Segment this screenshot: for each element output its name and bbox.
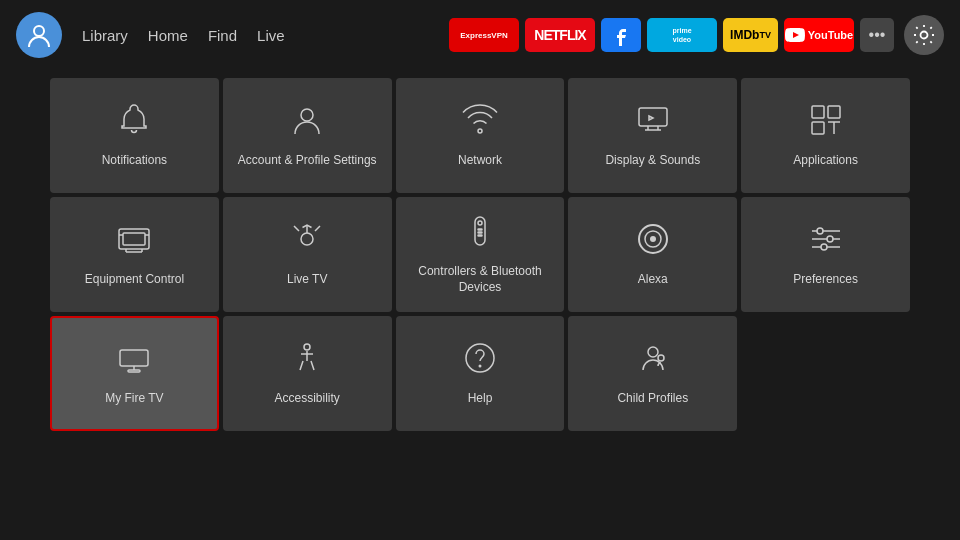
bell-icon (116, 102, 152, 143)
app-facebook[interactable] (601, 18, 641, 52)
settings-cell-account[interactable]: Account & Profile Settings (223, 78, 392, 193)
app-imdb[interactable]: IMDb TV (723, 18, 778, 52)
help-icon (462, 340, 498, 381)
cell-label-notifications: Notifications (102, 153, 167, 169)
app-expressvpn[interactable]: ExpressVPN (449, 18, 519, 52)
more-button[interactable]: ••• (860, 18, 894, 52)
nav-home[interactable]: Home (148, 27, 188, 44)
svg-point-24 (821, 244, 827, 250)
settings-button[interactable] (904, 15, 944, 55)
svg-point-31 (648, 347, 658, 357)
settings-cell-livetv[interactable]: Live TV (223, 197, 392, 312)
person-icon (289, 102, 325, 143)
svg-rect-5 (812, 106, 824, 118)
nav-live[interactable]: Live (257, 27, 285, 44)
svg-rect-27 (128, 370, 140, 372)
svg-rect-6 (828, 106, 840, 118)
svg-rect-25 (120, 350, 148, 366)
svg-point-29 (466, 344, 494, 372)
svg-rect-7 (812, 122, 824, 134)
svg-point-23 (827, 236, 833, 242)
settings-cell-myfiretv[interactable]: My Fire TV (50, 316, 219, 431)
settings-cell-childprofiles[interactable]: Child Profiles (568, 316, 737, 431)
tv-icon (116, 221, 152, 262)
settings-area: NotificationsAccount & Profile SettingsN… (0, 70, 960, 439)
firetv-icon (116, 340, 152, 381)
accessibility-icon (289, 340, 325, 381)
settings-cell-equipment[interactable]: Equipment Control (50, 197, 219, 312)
app-youtube[interactable]: YouTube (784, 18, 854, 52)
svg-point-22 (817, 228, 823, 234)
cell-label-account: Account & Profile Settings (238, 153, 377, 169)
cell-label-network: Network (458, 153, 502, 169)
avatar[interactable] (16, 12, 62, 58)
wifi-icon (462, 102, 498, 143)
nav-find[interactable]: Find (208, 27, 237, 44)
settings-cell-controllers[interactable]: Controllers & Bluetooth Devices (396, 197, 565, 312)
svg-point-3 (301, 109, 313, 121)
cell-label-livetv: Live TV (287, 272, 327, 288)
top-nav: Library Home Find Live ExpressVPN NETFLI… (0, 0, 960, 70)
cell-label-applications: Applications (793, 153, 858, 169)
svg-rect-15 (478, 235, 482, 236)
alexa-icon (635, 221, 671, 262)
sliders-icon (808, 221, 844, 262)
svg-rect-4 (639, 108, 667, 126)
nav-library[interactable]: Library (82, 27, 128, 44)
cell-label-accessibility: Accessibility (275, 391, 340, 407)
settings-cell-display[interactable]: Display & Sounds (568, 78, 737, 193)
settings-cell-alexa[interactable]: Alexa (568, 197, 737, 312)
settings-cell-applications[interactable]: Applications (741, 78, 910, 193)
settings-cell-network[interactable]: Network (396, 78, 565, 193)
cell-label-controllers: Controllers & Bluetooth Devices (404, 264, 557, 295)
display-icon (635, 102, 671, 143)
app-netflix[interactable]: NETFLIX (525, 18, 595, 52)
svg-point-10 (301, 233, 313, 245)
settings-cell-help[interactable]: Help (396, 316, 565, 431)
svg-point-18 (650, 236, 656, 242)
app-shortcuts: ExpressVPN NETFLIX prime video IMDb TV Y… (449, 15, 944, 55)
svg-point-28 (304, 344, 310, 350)
nav-links: Library Home Find Live (82, 27, 285, 44)
apps-icon (808, 102, 844, 143)
cell-label-alexa: Alexa (638, 272, 668, 288)
settings-cell-preferences[interactable]: Preferences (741, 197, 910, 312)
svg-point-32 (658, 355, 664, 361)
settings-cell-accessibility[interactable]: Accessibility (223, 316, 392, 431)
cell-label-childprofiles: Child Profiles (617, 391, 688, 407)
cell-label-help: Help (468, 391, 493, 407)
svg-point-0 (34, 26, 44, 36)
cell-label-equipment: Equipment Control (85, 272, 184, 288)
antenna-icon (289, 221, 325, 262)
app-prime[interactable]: prime video (647, 18, 717, 52)
svg-rect-14 (478, 232, 482, 233)
cell-label-myfiretv: My Fire TV (105, 391, 163, 407)
childprofiles-icon (635, 340, 671, 381)
svg-point-30 (478, 365, 481, 368)
cell-label-preferences: Preferences (793, 272, 858, 288)
svg-rect-9 (123, 233, 145, 245)
svg-rect-13 (478, 229, 482, 230)
settings-grid: NotificationsAccount & Profile SettingsN… (50, 78, 910, 431)
svg-point-2 (921, 32, 928, 39)
cell-label-display: Display & Sounds (605, 153, 700, 169)
settings-cell-notifications[interactable]: Notifications (50, 78, 219, 193)
svg-point-12 (478, 221, 482, 225)
remote-icon (462, 213, 498, 254)
